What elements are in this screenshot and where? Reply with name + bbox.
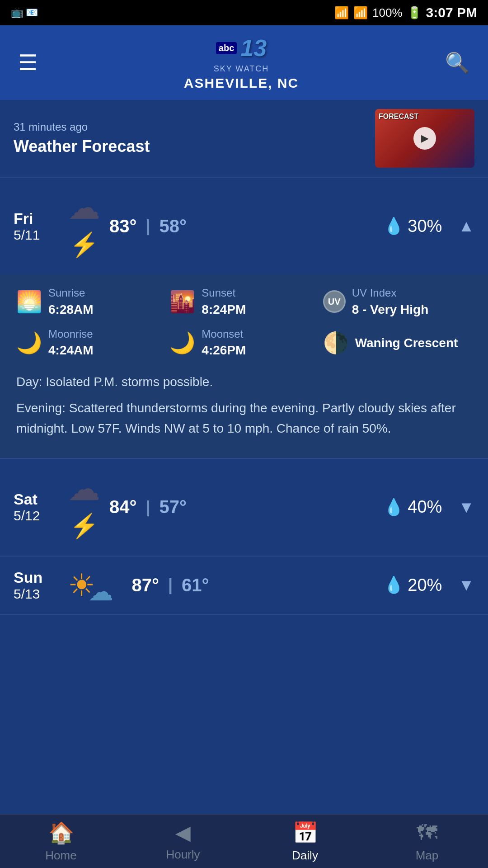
day-row-header-saturday[interactable]: Sat 5/12 ☁ ⚡ 84° | 57° 💧 40% ▼ [0, 459, 488, 556]
nav-home-label: Home [45, 849, 76, 863]
status-left: 📺 📧 [11, 7, 38, 19]
day-row-friday: Fri 5/11 ☁ ⚡ 83° | 58° 💧 30% ▲ 🌅 Sunrise… [0, 178, 488, 459]
weather-icon-friday: ☁ ⚡ [68, 189, 100, 264]
saturday-precip-pct: 40% [408, 497, 442, 517]
day-forecast-text: Day: Isolated P.M. storms possible. [16, 372, 472, 392]
rain-drop-icon-sunday: 💧 [384, 576, 404, 594]
uv-item: UV UV Index 8 - Very High [323, 285, 472, 318]
friday-precip: 💧 30% [384, 217, 442, 236]
saturday-low: 57° [160, 497, 187, 517]
moonrise-icon: 🌙 [16, 330, 42, 355]
battery-icon: 🔋 [407, 6, 422, 20]
cloud-icon: ☁ [68, 189, 100, 226]
nav-daily[interactable]: 📅 Daily [244, 815, 366, 868]
weather-icon-sunday: ☀ ☁ [68, 567, 122, 603]
expand-icon-saturday[interactable]: ▼ [458, 498, 474, 517]
cloud-icon-sat: ☁ [68, 471, 100, 507]
lightning-icon: ⚡ [70, 231, 99, 258]
sunday-low: 61° [182, 575, 209, 595]
friday-details: 🌅 Sunrise 6:28AM 🌇 Sunset 8:24PM UV UV I… [0, 274, 488, 458]
moonset-icon: 🌙 [169, 330, 195, 355]
nav-daily-label: Daily [292, 849, 318, 863]
status-bar: 📺 📧 📶 📶 100% 🔋 3:07 PM [0, 0, 488, 25]
header-logo: abc 13 [184, 34, 299, 61]
abc-logo: abc [216, 42, 237, 54]
status-time: 3:07 PM [426, 5, 477, 20]
moonrise-item: 🌙 Moonrise 4:24AM [16, 326, 165, 359]
home-icon: 🏠 [48, 821, 74, 845]
cloud-icon-sun: ☁ [88, 577, 113, 606]
nav-map-label: Map [416, 849, 439, 863]
battery-label: 100% [372, 6, 403, 20]
header: ☰ abc 13 SKY WATCH ASHEVILLE, NC 🔍 [0, 25, 488, 100]
moon-phase-icon: 🌗 [323, 330, 349, 355]
nav-home[interactable]: 🏠 Home [0, 815, 122, 868]
rain-drop-icon-saturday: 💧 [384, 498, 404, 517]
moonset-item: 🌙 Moonset 4:26PM [169, 326, 318, 359]
saturday-precip: 💧 40% [384, 497, 442, 517]
sunset-icon: 🌇 [169, 289, 195, 314]
friday-low: 58° [160, 216, 187, 236]
day-row-header-friday[interactable]: Fri 5/11 ☁ ⚡ 83° | 58° 💧 30% ▲ [0, 178, 488, 274]
nav-hourly-label: Hourly [166, 848, 200, 862]
video-thumb-label: FORECAST [379, 113, 418, 121]
sunrise-item: 🌅 Sunrise 6:28AM [16, 285, 165, 318]
bottom-nav: 🏠 Home ◀ Hourly 📅 Daily 🗺 Map [0, 814, 488, 868]
sunday-precip-pct: 20% [408, 576, 442, 595]
saturday-temps: 84° | 57° [109, 497, 375, 517]
uv-icon: UV [323, 290, 346, 313]
friday-temps: 83° | 58° [109, 216, 375, 236]
sunday-high: 87° [131, 575, 159, 595]
video-title: Weather Forecast [14, 137, 364, 156]
city-label: ASHEVILLE, NC [184, 75, 299, 91]
saturday-high: 84° [109, 497, 137, 517]
nav-map[interactable]: 🗺 Map [366, 815, 488, 868]
notification-icons: 📺 📧 [11, 7, 38, 19]
moon-phase-item: 🌗 Waning Crescent [323, 326, 472, 359]
sunday-temps: 87° | 61° [131, 575, 375, 595]
expand-icon-friday[interactable]: ▲ [458, 217, 474, 236]
daily-icon: 📅 [292, 821, 318, 845]
menu-button[interactable]: ☰ [18, 52, 38, 74]
video-time: 31 minutes ago [14, 121, 364, 133]
friday-precip-pct: 30% [408, 217, 442, 236]
hourly-icon: ◀ [175, 821, 191, 844]
day-row-saturday: Sat 5/12 ☁ ⚡ 84° | 57° 💧 40% ▼ [0, 459, 488, 557]
rain-drop-icon-friday: 💧 [384, 217, 404, 236]
weather-icon-saturday: ☁ ⚡ [68, 470, 100, 545]
video-thumbnail[interactable]: FORECAST ▶ [375, 109, 474, 168]
header-center: abc 13 SKY WATCH ASHEVILLE, NC [184, 34, 299, 91]
sunrise-icon: 🌅 [16, 289, 42, 314]
lightning-icon-sat: ⚡ [70, 513, 99, 539]
expand-icon-sunday[interactable]: ▼ [458, 576, 474, 594]
evening-forecast-text: Evening: Scattered thunderstorms during … [16, 398, 472, 439]
sunset-item: 🌇 Sunset 8:24PM [169, 285, 318, 318]
day-label-friday: Fri 5/11 [14, 210, 59, 243]
video-promo[interactable]: 31 minutes ago Weather Forecast FORECAST… [0, 100, 488, 178]
video-text: 31 minutes ago Weather Forecast [14, 121, 364, 156]
map-icon: 🗺 [417, 821, 437, 845]
wifi-icon: 📶 [334, 6, 349, 20]
signal-icon: 📶 [353, 6, 368, 20]
friday-high: 83° [109, 216, 137, 236]
nav-hourly[interactable]: ◀ Hourly [122, 815, 244, 868]
day-label-sunday: Sun 5/13 [14, 569, 59, 602]
sun-moon-grid: 🌅 Sunrise 6:28AM 🌇 Sunset 8:24PM UV UV I… [16, 285, 472, 359]
skywatch-label: SKY WATCH [184, 64, 299, 74]
sunday-precip: 💧 20% [384, 576, 442, 595]
status-right: 📶 📶 100% 🔋 3:07 PM [334, 5, 477, 20]
day-row-sunday: Sun 5/13 ☀ ☁ 87° | 61° 💧 20% ▼ [0, 557, 488, 615]
channel-number: 13 [240, 34, 267, 61]
day-label-saturday: Sat 5/12 [14, 491, 59, 524]
play-button[interactable]: ▶ [413, 127, 436, 150]
day-row-header-sunday[interactable]: Sun 5/13 ☀ ☁ 87° | 61° 💧 20% ▼ [0, 557, 488, 614]
search-button[interactable]: 🔍 [445, 51, 470, 75]
